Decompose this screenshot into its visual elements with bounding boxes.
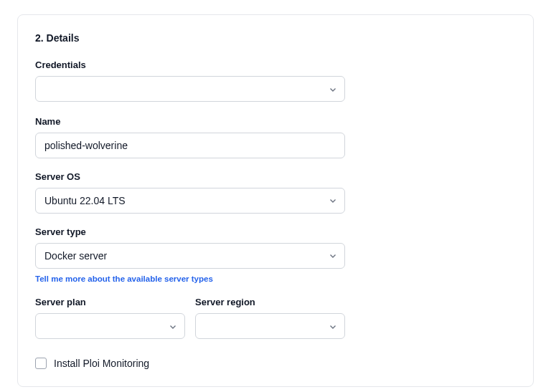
server-plan-field: Server plan: [35, 297, 185, 340]
server-type-field: Server type Docker server Tell me more a…: [35, 226, 516, 284]
plan-region-row: Server plan Server region: [35, 297, 516, 353]
name-label: Name: [35, 116, 516, 127]
server-plan-label: Server plan: [35, 297, 185, 307]
name-input[interactable]: [35, 133, 345, 158]
details-card: 2. Details Credentials Name Server OS Ub…: [17, 14, 534, 387]
install-monitoring-checkbox[interactable]: [35, 358, 47, 369]
credentials-select[interactable]: [35, 76, 345, 102]
server-region-field: Server region: [195, 297, 345, 340]
server-os-field: Server OS Ubuntu 22.04 LTS: [35, 171, 516, 214]
server-type-select[interactable]: Docker server: [35, 243, 345, 269]
credentials-field: Credentials: [35, 59, 516, 103]
server-region-select[interactable]: [195, 313, 345, 339]
server-os-label: Server OS: [35, 171, 516, 182]
server-region-label: Server region: [195, 297, 345, 307]
server-type-label: Server type: [35, 226, 516, 237]
section-title: 2. Details: [35, 32, 516, 44]
server-os-select[interactable]: Ubuntu 22.04 LTS: [35, 188, 345, 214]
install-monitoring-label[interactable]: Install Ploi Monitoring: [54, 358, 149, 369]
server-plan-select[interactable]: [35, 313, 185, 339]
server-types-help-link[interactable]: Tell me more about the available server …: [35, 274, 213, 283]
credentials-label: Credentials: [35, 59, 516, 70]
name-field: Name: [35, 116, 516, 158]
install-monitoring-row: Install Ploi Monitoring: [35, 358, 516, 369]
